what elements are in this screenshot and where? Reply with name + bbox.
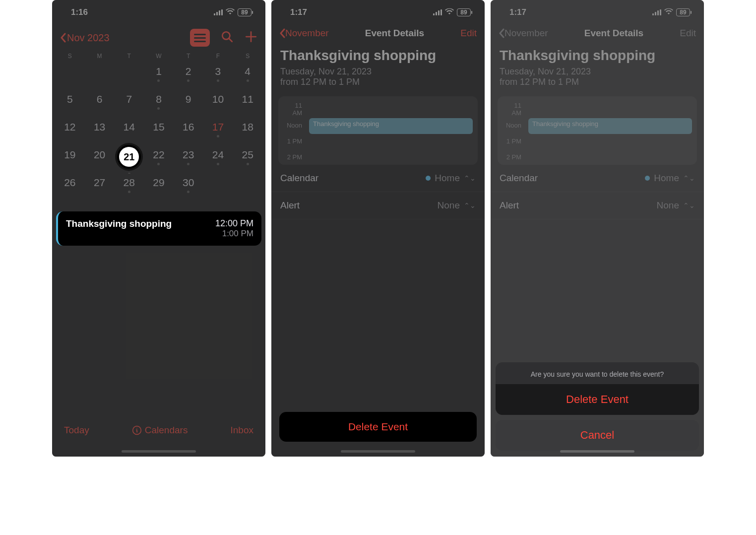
event-card-end: 1:00 PM xyxy=(215,229,253,239)
battery-icon: 89 xyxy=(238,8,252,16)
day-cell[interactable]: 19 xyxy=(55,146,85,174)
weekday-label: M xyxy=(85,53,115,60)
day-cell[interactable]: 24 xyxy=(203,146,233,174)
add-event-icon[interactable] xyxy=(245,30,257,45)
status-time: 1:16 xyxy=(71,7,88,17)
timeline-event-block: Thanksgiving shopping xyxy=(528,118,692,134)
back-to-month-button[interactable]: November xyxy=(279,28,329,39)
inbox-button[interactable]: Inbox xyxy=(231,425,253,436)
page-title: Event Details xyxy=(365,28,424,39)
delete-action-sheet: Are you sure you want to delete this eve… xyxy=(496,362,699,451)
event-title: Thanksgiving shopping xyxy=(271,43,485,66)
day-cell[interactable]: 16 xyxy=(174,118,203,146)
weekday-label: W xyxy=(144,53,174,60)
confirm-delete-button[interactable]: Delete Event xyxy=(496,384,699,415)
wifi-icon xyxy=(664,7,673,17)
home-indicator[interactable] xyxy=(341,450,415,453)
back-to-year-button[interactable]: Nov 2023 xyxy=(60,32,110,44)
search-icon[interactable] xyxy=(221,30,234,45)
day-cell[interactable]: 17 xyxy=(203,118,233,146)
day-cell[interactable]: 14 xyxy=(114,118,144,146)
cancel-button[interactable]: Cancel xyxy=(496,420,699,451)
status-icons: 89 xyxy=(652,7,690,17)
event-time: from 12 PM to 1 PM xyxy=(491,77,704,96)
day-cell[interactable]: 4 xyxy=(233,63,262,90)
day-cell[interactable]: 18 xyxy=(233,118,262,146)
month-grid[interactable]: 1234567891011121314151617181920212223242… xyxy=(52,63,265,201)
calendar-color-dot xyxy=(645,176,650,181)
day-cell[interactable]: 10 xyxy=(203,90,233,118)
detail-header: November Event Details Edit xyxy=(271,22,485,43)
weekday-label: F xyxy=(203,53,233,60)
timeline-preview: 11 AM Noon 1 PM 2 PM Thanksgiving shoppi… xyxy=(498,96,697,165)
home-indicator[interactable] xyxy=(122,450,196,453)
chevron-left-icon xyxy=(279,28,285,38)
day-cell[interactable]: 28 xyxy=(114,174,144,201)
back-to-month-button[interactable]: November xyxy=(499,28,548,39)
updown-icon: ⌃⌄ xyxy=(683,201,695,209)
day-cell[interactable]: 2 xyxy=(174,63,203,90)
edit-button[interactable]: Edit xyxy=(460,28,477,39)
calendar-setting-row: Calendar Home⌃⌄ xyxy=(491,165,704,192)
info-icon xyxy=(132,425,142,435)
day-cell[interactable]: 9 xyxy=(174,90,203,118)
alert-setting-row[interactable]: Alert None⌃⌄ xyxy=(271,192,485,219)
day-cell[interactable]: 3 xyxy=(203,63,233,90)
delete-confirmation-screen: 1:17 89 November Event Details Edit Than… xyxy=(491,0,704,457)
weekday-header: SMTWTFS xyxy=(52,51,265,63)
today-button[interactable]: Today xyxy=(64,425,89,436)
day-cell[interactable]: 6 xyxy=(85,90,115,118)
detail-header: November Event Details Edit xyxy=(491,22,704,43)
day-cell[interactable]: 1 xyxy=(144,63,174,90)
edit-button[interactable]: Edit xyxy=(680,28,696,39)
day-cell[interactable]: 15 xyxy=(144,118,174,146)
month-header: Nov 2023 xyxy=(52,22,265,51)
day-cell[interactable]: 13 xyxy=(85,118,115,146)
status-bar: 1:17 89 xyxy=(271,0,485,22)
list-view-toggle[interactable] xyxy=(190,29,210,47)
calendars-button[interactable]: Calendars xyxy=(132,425,188,436)
status-bar: 1:16 89 xyxy=(52,0,265,22)
home-indicator[interactable] xyxy=(560,450,634,453)
event-time: from 12 PM to 1 PM xyxy=(271,77,485,96)
status-bar: 1:17 89 xyxy=(491,0,704,22)
event-date: Tuesday, Nov 21, 2023 xyxy=(271,66,485,77)
day-cell[interactable]: 5 xyxy=(55,90,85,118)
day-cell[interactable]: 26 xyxy=(55,174,85,201)
event-card-title: Thanksgiving shopping xyxy=(66,218,172,239)
cellular-icon xyxy=(433,9,442,15)
chevron-left-icon xyxy=(499,28,504,38)
battery-icon: 89 xyxy=(457,8,471,16)
back-month-label: Nov 2023 xyxy=(67,32,110,44)
day-cell[interactable]: 30 xyxy=(174,174,203,201)
day-cell[interactable]: 20 xyxy=(85,146,115,174)
day-cell[interactable]: 25 xyxy=(233,146,262,174)
day-cell[interactable]: 27 xyxy=(85,174,115,201)
updown-icon: ⌃⌄ xyxy=(464,174,476,182)
calendar-month-screen: 1:16 89 Nov 2023 SMTWTFS 123456789101112… xyxy=(52,0,265,457)
day-cell[interactable]: 11 xyxy=(233,90,262,118)
day-cell[interactable]: 23 xyxy=(174,146,203,174)
timeline-preview[interactable]: 11 AM Noon 1 PM 2 PM Thanksgiving shoppi… xyxy=(278,96,478,165)
day-cell[interactable]: 21 xyxy=(114,146,144,174)
day-cell[interactable]: 12 xyxy=(55,118,85,146)
event-card-start: 12:00 PM xyxy=(215,218,253,229)
event-card[interactable]: Thanksgiving shopping 12:00 PM 1:00 PM xyxy=(56,211,261,246)
day-cell[interactable]: 7 xyxy=(114,90,144,118)
calendar-setting-row[interactable]: Calendar Home⌃⌄ xyxy=(271,165,485,192)
updown-icon: ⌃⌄ xyxy=(683,174,695,182)
day-cell[interactable]: 8 xyxy=(144,90,174,118)
chevron-left-icon xyxy=(60,33,66,43)
timeline-event-block[interactable]: Thanksgiving shopping xyxy=(309,118,473,134)
weekday-label: T xyxy=(174,53,203,60)
cellular-icon xyxy=(652,9,661,15)
status-icons: 89 xyxy=(214,7,252,17)
weekday-label: T xyxy=(114,53,144,60)
status-icons: 89 xyxy=(433,7,471,17)
day-cell[interactable]: 22 xyxy=(144,146,174,174)
weekday-label: S xyxy=(233,53,262,60)
cellular-icon xyxy=(214,9,223,15)
status-time: 1:17 xyxy=(290,7,307,17)
day-cell[interactable]: 29 xyxy=(144,174,174,201)
delete-event-button[interactable]: Delete Event xyxy=(279,412,477,442)
